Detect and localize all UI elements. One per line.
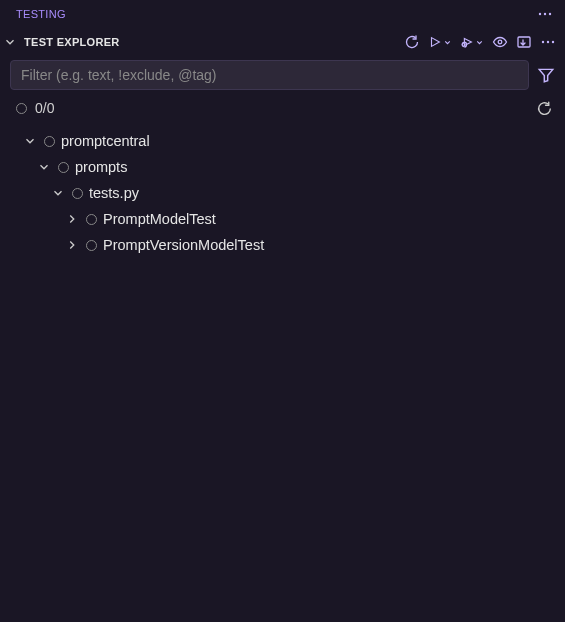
filter-input[interactable] bbox=[10, 60, 529, 90]
tree-item[interactable]: promptcentral bbox=[0, 128, 565, 154]
filter-row bbox=[0, 56, 565, 94]
play-icon bbox=[428, 35, 442, 49]
ellipsis-icon bbox=[540, 34, 556, 50]
chevron-right-icon[interactable] bbox=[64, 211, 80, 227]
chevron-right-icon[interactable] bbox=[64, 237, 80, 253]
tree-item-label: prompts bbox=[75, 159, 127, 175]
panel-header: TESTING bbox=[0, 0, 565, 28]
status-circle-icon bbox=[58, 162, 69, 173]
refresh-icon bbox=[536, 100, 553, 117]
run-tests-button[interactable] bbox=[425, 31, 455, 53]
debug-icon bbox=[460, 35, 474, 49]
show-coverage-button[interactable] bbox=[489, 31, 511, 53]
debug-tests-button[interactable] bbox=[457, 31, 487, 53]
test-tree: promptcentralpromptstests.pyPromptModelT… bbox=[0, 122, 565, 264]
panel-more-button[interactable] bbox=[533, 4, 557, 24]
status-circle-icon bbox=[44, 136, 55, 147]
status-circle-icon bbox=[86, 240, 97, 251]
svg-rect-5 bbox=[518, 37, 530, 47]
svg-point-1 bbox=[544, 13, 546, 15]
chevron-down-icon[interactable] bbox=[22, 133, 38, 149]
svg-point-6 bbox=[542, 41, 544, 43]
section-more-button[interactable] bbox=[537, 31, 559, 53]
svg-point-8 bbox=[552, 41, 554, 43]
eye-icon bbox=[492, 34, 508, 50]
tree-item-label: PromptModelTest bbox=[103, 211, 216, 227]
status-circle-icon bbox=[16, 103, 27, 114]
status-circle-icon bbox=[86, 214, 97, 225]
filter-button[interactable] bbox=[537, 66, 555, 84]
chevron-down-icon[interactable] bbox=[36, 159, 52, 175]
tree-item-label: PromptVersionModelTest bbox=[103, 237, 264, 253]
svg-point-4 bbox=[498, 40, 502, 44]
section-header[interactable]: TEST EXPLORER bbox=[0, 28, 565, 56]
refresh-icon bbox=[404, 34, 420, 50]
chevron-down-icon bbox=[2, 34, 18, 50]
status-row: 0/0 bbox=[0, 94, 565, 122]
output-icon bbox=[516, 34, 532, 50]
status-counts: 0/0 bbox=[35, 100, 525, 116]
tree-item[interactable]: tests.py bbox=[0, 180, 565, 206]
filter-icon bbox=[537, 66, 555, 84]
svg-point-0 bbox=[539, 13, 541, 15]
section-toolbar bbox=[401, 31, 559, 53]
show-output-button[interactable] bbox=[513, 31, 535, 53]
status-refresh-button[interactable] bbox=[533, 97, 555, 119]
chevron-down-icon bbox=[475, 38, 484, 47]
chevron-down-icon bbox=[443, 38, 452, 47]
tree-item[interactable]: PromptVersionModelTest bbox=[0, 232, 565, 258]
refresh-button[interactable] bbox=[401, 31, 423, 53]
svg-point-2 bbox=[549, 13, 551, 15]
tree-item-label: promptcentral bbox=[61, 133, 150, 149]
status-circle-icon bbox=[72, 188, 83, 199]
chevron-down-icon[interactable] bbox=[50, 185, 66, 201]
svg-point-7 bbox=[547, 41, 549, 43]
ellipsis-icon bbox=[537, 6, 553, 22]
panel-title: TESTING bbox=[16, 8, 66, 20]
tree-item[interactable]: prompts bbox=[0, 154, 565, 180]
tree-item[interactable]: PromptModelTest bbox=[0, 206, 565, 232]
tree-item-label: tests.py bbox=[89, 185, 139, 201]
section-title: TEST EXPLORER bbox=[24, 36, 395, 48]
